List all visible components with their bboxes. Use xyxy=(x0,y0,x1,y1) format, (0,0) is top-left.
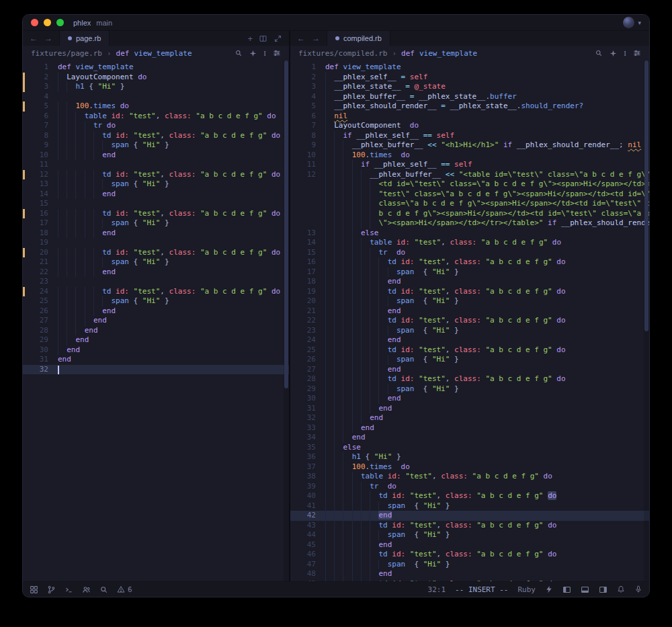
code-line[interactable]: 11 xyxy=(23,160,289,170)
line-number[interactable]: 34 xyxy=(290,433,316,443)
code-line[interactable]: 4 xyxy=(23,92,289,102)
search-icon[interactable] xyxy=(235,49,243,57)
chevron-down-icon[interactable]: ▾ xyxy=(638,19,641,26)
code-line[interactable]: 46td id: "test", class: "a b c d e f g" … xyxy=(290,550,649,560)
line-number[interactable]: 23 xyxy=(290,326,316,336)
editor-pane-left[interactable]: 1def view_template2LayoutComponent do3h1… xyxy=(23,60,289,581)
sparkle-icon[interactable] xyxy=(249,50,257,57)
line-number[interactable]: 31 xyxy=(290,404,316,414)
code-line[interactable]: 30end xyxy=(290,394,649,404)
code-line[interactable]: 29end xyxy=(23,335,289,345)
line-number[interactable]: 49 xyxy=(290,579,316,582)
code-line[interactable]: 7tr do xyxy=(23,121,289,131)
dock-bottom-icon[interactable] xyxy=(581,585,589,594)
language-selector[interactable]: Ruby xyxy=(518,585,536,594)
project-name[interactable]: phlex xyxy=(73,19,91,27)
code-line[interactable]: 17span { "Hi" } xyxy=(290,267,649,278)
editor-pane-right[interactable]: 1def view_template2__phlex_self__ = self… xyxy=(290,60,649,581)
line-number[interactable]: 32 xyxy=(23,365,48,375)
line-number[interactable]: 18 xyxy=(23,228,48,239)
line-number[interactable]: 21 xyxy=(23,257,48,267)
code-line[interactable]: 1def view_template xyxy=(23,62,289,73)
code-line[interactable]: 23 xyxy=(23,277,289,287)
code-line[interactable]: 26span { "Hi" } xyxy=(290,355,649,365)
line-number[interactable]: 19 xyxy=(290,287,316,297)
line-number[interactable]: 26 xyxy=(290,355,316,365)
filter-sliders-icon[interactable] xyxy=(273,49,281,57)
code-line[interactable]: 14end xyxy=(23,190,289,200)
nav-back-button[interactable]: ← xyxy=(297,34,305,43)
tab-compiled-rb[interactable]: compiled.rb xyxy=(327,31,390,46)
diagnostics-button[interactable]: 6 xyxy=(117,585,132,594)
line-number[interactable]: 7 xyxy=(23,121,48,131)
scrollbar-thumb[interactable] xyxy=(284,60,288,388)
line-number[interactable]: 41 xyxy=(290,501,316,511)
code-line[interactable]: 17span { "Hi" } xyxy=(23,218,289,228)
line-number[interactable]: 9 xyxy=(23,140,48,151)
line-number[interactable]: 21 xyxy=(290,306,316,317)
nav-back-button[interactable]: ← xyxy=(30,34,38,43)
code-line[interactable]: 45end xyxy=(290,540,649,550)
cursor-position[interactable]: 32:1 xyxy=(428,585,446,594)
code-line[interactable]: 25span { "Hi" } xyxy=(23,296,289,306)
code-line[interactable]: 15 xyxy=(23,199,289,209)
line-number[interactable]: 33 xyxy=(290,423,316,433)
line-number[interactable]: 9 xyxy=(290,140,316,151)
line-number[interactable]: 48 xyxy=(290,569,316,579)
line-number[interactable]: 19 xyxy=(23,238,48,248)
line-number[interactable]: 16 xyxy=(290,257,316,267)
code-line[interactable]: 1def view_template xyxy=(290,62,649,73)
line-number[interactable]: 1 xyxy=(23,62,48,73)
line-number[interactable]: 47 xyxy=(290,560,316,570)
code-buffer-compiled-rb[interactable]: 1def view_template2__phlex_self__ = self… xyxy=(290,60,649,581)
line-number[interactable]: 37 xyxy=(290,462,316,472)
code-line[interactable]: 6table id: "test", class: "a b c d e f g… xyxy=(23,112,289,122)
code-line[interactable]: 21end xyxy=(290,306,649,317)
code-line[interactable]: 37100.times do xyxy=(290,462,649,472)
line-number[interactable]: 20 xyxy=(290,296,316,306)
code-line[interactable]: 28td id: "test", class: "a b c d e f g" … xyxy=(290,374,649,384)
new-tab-button[interactable]: + xyxy=(247,34,253,43)
line-number[interactable]: 27 xyxy=(290,365,316,375)
code-line[interactable]: 24td id: "test", class: "a b c d e f g" … xyxy=(23,287,289,297)
breadcrumb-context-method[interactable]: view_template xyxy=(419,49,477,58)
git-branch-icon[interactable] xyxy=(47,585,56,594)
code-line[interactable]: 15tr do xyxy=(290,248,649,258)
notifications-bell-icon[interactable] xyxy=(617,585,625,593)
inlay-hints-icon[interactable]: I xyxy=(624,49,626,57)
code-line[interactable]: 43td id: "test", class: "a b c d e f g" … xyxy=(290,521,649,531)
scrollbar[interactable] xyxy=(644,60,649,581)
breadcrumb-context-keyword[interactable]: def xyxy=(116,49,130,58)
line-number[interactable]: 26 xyxy=(23,306,48,317)
code-line[interactable]: "test\" class=\"a b c d e f g\"><span>Hi… xyxy=(290,190,649,200)
code-line[interactable]: 22end xyxy=(23,267,289,278)
terminal-icon[interactable] xyxy=(65,585,73,594)
line-number[interactable]: 13 xyxy=(23,179,48,190)
line-number[interactable]: 44 xyxy=(290,530,316,540)
line-number[interactable]: 2 xyxy=(290,73,316,83)
code-line[interactable]: 3__phlex_state__ = @_state xyxy=(290,82,649,92)
nav-forward-button[interactable]: → xyxy=(44,34,52,43)
line-number[interactable]: 35 xyxy=(290,443,316,453)
line-number[interactable]: 31 xyxy=(23,355,48,365)
code-line[interactable]: 2LayoutComponent do xyxy=(23,73,289,83)
code-line[interactable]: 10100.times do xyxy=(290,151,649,161)
code-line[interactable]: 6nil xyxy=(290,112,649,122)
code-line[interactable]: 8if __phlex_self__ == self xyxy=(290,131,649,141)
search-icon[interactable] xyxy=(595,49,603,57)
line-number[interactable]: 16 xyxy=(23,209,48,219)
code-line[interactable]: 3h1 { "Hi" } xyxy=(23,82,289,92)
line-number[interactable]: 11 xyxy=(23,160,48,170)
code-line[interactable]: 22td id: "test", class: "a b c d e f g" … xyxy=(290,316,649,326)
close-button[interactable] xyxy=(31,19,38,26)
line-number[interactable]: 10 xyxy=(290,151,316,161)
code-line[interactable]: 20span { "Hi" } xyxy=(290,296,649,306)
mic-icon[interactable] xyxy=(634,585,642,593)
code-line[interactable]: 27end xyxy=(290,365,649,375)
code-line[interactable]: b c d e f g\"><span>Hi</span></td><td id… xyxy=(290,209,649,219)
line-number[interactable]: 5 xyxy=(290,101,316,112)
line-number[interactable]: 22 xyxy=(290,316,316,326)
filter-sliders-icon[interactable] xyxy=(633,49,641,57)
tab-page-rb[interactable]: page.rb xyxy=(59,31,110,46)
line-number[interactable]: 14 xyxy=(290,238,316,248)
